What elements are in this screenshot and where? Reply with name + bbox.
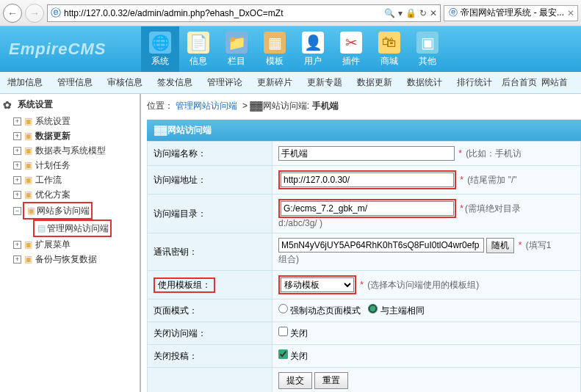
- input-name[interactable]: [278, 146, 455, 161]
- file-icon: ▤: [37, 223, 46, 233]
- tree-item[interactable]: +▣数据更新: [13, 128, 137, 143]
- submenu-item[interactable]: 签发信息: [150, 76, 200, 89]
- submit-button[interactable]: 提交: [278, 372, 312, 389]
- url-input[interactable]: [64, 8, 381, 18]
- folder-icon: ▣: [24, 158, 32, 173]
- logo: EmpireCMS: [0, 26, 141, 72]
- hint-name: (比如：手机访: [466, 148, 522, 159]
- submenu-item[interactable]: 数据更新: [350, 76, 400, 89]
- radio-label: 强制动态页面模式: [290, 305, 361, 316]
- submenu-item[interactable]: 更新专题: [300, 76, 350, 89]
- expand-icon[interactable]: +: [13, 132, 21, 140]
- radio-mode-same[interactable]: 与主端相同: [368, 305, 424, 316]
- forward-button[interactable]: →: [25, 4, 44, 23]
- label-name: 访问端名称：: [148, 142, 273, 166]
- reset-button[interactable]: 重置: [314, 372, 348, 389]
- tree-item[interactable]: +▣数据表与系统模型: [13, 143, 137, 158]
- toolbar-other[interactable]: ▣其他: [408, 26, 447, 72]
- hint-url: (结尾需加 "/": [467, 175, 516, 185]
- label-dir: 访问端目录：: [148, 195, 273, 233]
- tree-item[interactable]: +▣扩展菜单: [13, 237, 137, 252]
- tree-label: 扩展菜单: [35, 237, 71, 252]
- submenu-item[interactable]: 后台首页: [499, 76, 539, 89]
- tree-item[interactable]: +▣备份与恢复数据: [13, 252, 137, 266]
- submenu-item[interactable]: 网站首: [539, 76, 570, 89]
- stop-icon[interactable]: ✕: [430, 8, 437, 18]
- submenu-item[interactable]: 管理评论: [200, 76, 250, 89]
- checkbox-closepost[interactable]: 关闭: [278, 351, 308, 361]
- tree-item[interactable]: −▣网站多访问端: [13, 202, 137, 219]
- expand-icon[interactable]: +: [13, 255, 21, 264]
- tree-item[interactable]: +▣计划任务: [13, 158, 137, 173]
- radio-label: 与主端相同: [380, 305, 425, 316]
- toolbar-tpl[interactable]: ▦模板: [256, 26, 294, 72]
- sub-menu: 增加信息管理信息审核信息签发信息管理评论更新碎片更新专题数据更新数据统计排行统计…: [0, 72, 581, 94]
- input-key[interactable]: [278, 238, 484, 253]
- toolbar-folder[interactable]: 📁栏目: [217, 26, 256, 72]
- submenu-item[interactable]: 审核信息: [100, 76, 150, 89]
- other-icon: ▣: [416, 32, 439, 54]
- sidebar: ✿ 系统设置 +▣系统设置+▣数据更新+▣数据表与系统模型+▣计划任务+▣工作流…: [0, 94, 141, 392]
- folder-icon: ▣: [24, 143, 32, 158]
- random-button[interactable]: 随机: [486, 238, 514, 253]
- tree-label: 管理网站访问端: [47, 223, 109, 233]
- submenu-item[interactable]: 增加信息: [0, 76, 50, 89]
- toolbar-label: 模板: [266, 55, 284, 68]
- browser-tab[interactable]: ⓔ 帝国网站管理系统 - 最安... ✕: [444, 5, 578, 21]
- label-url: 访问端地址：: [148, 166, 273, 195]
- input-url[interactable]: [281, 173, 454, 187]
- tree-item[interactable]: +▣工作流: [13, 173, 137, 187]
- expand-icon[interactable]: +: [13, 176, 21, 184]
- toolbar-label: 其他: [419, 55, 436, 68]
- expand-icon[interactable]: +: [13, 117, 21, 126]
- toolbar-plug[interactable]: ✂插件: [332, 26, 370, 72]
- input-dir[interactable]: [281, 201, 454, 216]
- toolbar-label: 系统: [151, 55, 169, 68]
- tree-item[interactable]: ▤管理网站访问端: [24, 219, 137, 237]
- breadcrumb-link[interactable]: 管理网站访问端: [176, 101, 237, 111]
- cb-label: 关闭: [290, 328, 308, 338]
- toolbar-label: 插件: [342, 55, 360, 68]
- user-icon: 👤: [302, 32, 324, 54]
- radio-mode-dynamic[interactable]: 强制动态页面模式: [278, 305, 361, 316]
- breadcrumb: 位置： 管理网站访问端 > ▓▓网站访问端: 手机端: [147, 100, 581, 112]
- tree-label: 优化方案: [35, 187, 71, 202]
- tree-label: 数据更新: [35, 128, 71, 143]
- toolbar-globe[interactable]: 🌐系统: [141, 26, 179, 72]
- refresh-icon[interactable]: ↻: [419, 8, 427, 18]
- required-star: *: [458, 148, 462, 159]
- required-star: *: [460, 203, 463, 214]
- tree-label: 数据表与系统模型: [35, 143, 106, 158]
- toolbar-user[interactable]: 👤用户: [294, 26, 332, 72]
- back-button[interactable]: ←: [3, 4, 22, 23]
- submenu-item[interactable]: 排行统计: [450, 76, 499, 89]
- tree-item[interactable]: +▣系统设置: [13, 114, 137, 128]
- folder-icon: ▣: [24, 173, 32, 187]
- sidebar-title: ✿ 系统设置: [3, 98, 137, 111]
- tree-label: 计划任务: [35, 158, 71, 173]
- gear-icon: ✿: [3, 99, 12, 111]
- toolbar-doc[interactable]: 📄信息: [179, 26, 217, 72]
- close-icon[interactable]: ✕: [567, 8, 574, 18]
- required-star: *: [519, 240, 522, 250]
- tree-item[interactable]: +▣优化方案: [13, 187, 137, 202]
- checkbox-close[interactable]: 关闭: [278, 328, 308, 338]
- panel-title: 网站访问端: [167, 125, 212, 135]
- select-template[interactable]: 移动模板: [281, 277, 354, 292]
- submenu-item[interactable]: 数据统计: [400, 76, 450, 89]
- expand-icon[interactable]: +: [13, 161, 21, 170]
- submenu-item[interactable]: 更新碎片: [250, 76, 300, 89]
- tree-label: 系统设置: [35, 114, 71, 128]
- search-icon[interactable]: 🔍: [384, 8, 395, 18]
- cb-label: 关闭: [290, 351, 308, 361]
- toolbar-shop[interactable]: 🛍商城: [370, 26, 408, 72]
- submenu-item[interactable]: 管理信息: [50, 76, 100, 89]
- expand-icon[interactable]: +: [13, 147, 21, 155]
- tab-favicon: ⓔ: [449, 7, 458, 19]
- expand-icon[interactable]: −: [13, 207, 21, 215]
- lock-icon: 🔒: [405, 8, 416, 18]
- expand-icon[interactable]: +: [13, 191, 21, 199]
- address-bar[interactable]: ⓔ 🔍▾ 🔒 ↻ ✕: [47, 4, 441, 22]
- expand-icon[interactable]: +: [13, 241, 21, 249]
- hint-dir-eg: d:/abc/3g/ ): [278, 218, 322, 228]
